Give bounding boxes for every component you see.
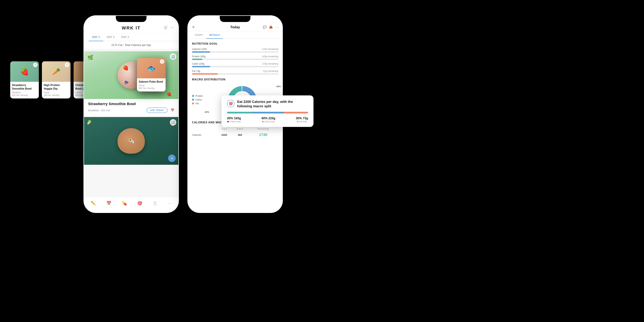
day-tabs: DAY 1 DAY 2 DAY 3: [84, 34, 178, 41]
nutrition-row-calories: Calories 2200 1740 remaining: [192, 48, 278, 53]
calories-macros-table: Goal Eaten Remaining Calories 2200 460 1…: [192, 126, 278, 138]
progress-bg-fat: [192, 73, 278, 74]
tooltip-macro-value-fat: 30% 73g: [296, 116, 308, 120]
macro-distribution-title: MACRO DISTRIBUTION: [192, 78, 278, 81]
legend-label-protein: Protein: [196, 94, 203, 97]
food-card-meal-5: Dinner: [139, 84, 164, 87]
donut-label-40: 40%: [276, 85, 281, 88]
share-icon[interactable]: 💬: [263, 25, 267, 29]
food-card-btn-add-5[interactable]: +: [160, 59, 164, 64]
progress-bg-carbs: [192, 66, 278, 67]
options-icon[interactable]: ⋯: [275, 25, 278, 29]
left-phone-screen: WRK IT 🛒 ··· DAY 1 DAY 2 DAY 3 2174 Cal …: [84, 16, 178, 212]
add-food-button[interactable]: +: [168, 154, 176, 162]
tooltip-pb-carbs: [251, 112, 284, 114]
cal-row-goal: 2200: [217, 131, 232, 138]
tooltip-macro-fat: 30% 73g Fat Goal: [296, 116, 308, 123]
food-card-strawberry[interactable]: 🍓 Strawberry Smoothie Bowl Breakfast 520…: [10, 61, 39, 98]
tooltip-popup: 🎯 Eat 2200 Calories per day, with the fo…: [222, 96, 314, 127]
phone-notch-right: [220, 16, 250, 22]
ate-today-button-1[interactable]: ATE TODAY: [146, 108, 168, 113]
nav-edit[interactable]: ✏️: [91, 201, 96, 206]
tooltip-title: Eat 2200 Calories per day, with the foll…: [237, 100, 308, 108]
nutrition-goal-title: NUTRITION GOAL: [192, 42, 278, 45]
food-card-actions-2: +: [65, 63, 69, 67]
food-card-meal-2: Snack: [44, 91, 69, 94]
tooltip-dot-carbs: [262, 121, 264, 122]
col-header-label: [192, 126, 217, 131]
cal-macros-header-row: Goal Eaten Remaining: [192, 126, 278, 131]
cal-row-eaten: 460: [232, 131, 248, 138]
feed-img-chicken: 🌯 🥬 🍋 🌶️ 🔄 +: [84, 117, 178, 165]
food-card-veggie[interactable]: 🥕 High Protein Veggie Dip Snack 100 Cal …: [42, 61, 70, 98]
tab-details[interactable]: DETAILS: [206, 31, 223, 39]
progress-fill-protein: [192, 58, 202, 60]
progress-fill-fat: [192, 73, 218, 74]
food-card-salmon[interactable]: 🐟 Salmon Poke Bowl Dinner 650 Cal / Serv…: [137, 58, 166, 92]
nutrition-remaining-fat: 51g remaining: [263, 70, 278, 72]
tooltip-dot-fat: [297, 121, 298, 122]
tab-day2[interactable]: DAY 2: [103, 34, 118, 41]
progress-fill-calories: [192, 51, 210, 53]
tooltip-macro-value-protein: 30% 165g: [227, 116, 241, 120]
nav-calendar[interactable]: 📅: [106, 201, 112, 206]
col-header-eaten: Eaten: [232, 126, 248, 131]
details-header-right: 💬 📤 ⋯: [266, 25, 278, 29]
nav-goals[interactable]: 🎯: [137, 201, 142, 206]
cal-macros-row-calories: Calories 2200 460 1740: [192, 131, 278, 138]
food-card-actions-1: +: [33, 63, 38, 67]
more-options-icon[interactable]: ···: [171, 26, 174, 30]
tab-day3[interactable]: DAY 3: [118, 34, 132, 41]
tooltip-macro-label-fat: Fat Goal: [296, 120, 308, 123]
food-card-name-5: Salmon Poke Bowl: [139, 80, 164, 84]
close-icon[interactable]: ✕: [192, 25, 195, 29]
food-card-name-2: High Protein Veggie Dip: [44, 84, 69, 91]
feed-card-sub-1: Breakfast · 520 Cal ATE TODAY 📅: [88, 108, 174, 113]
tooltip-dot-protein: [227, 121, 229, 122]
legend-dot-fat: [192, 102, 194, 104]
refresh-icon-2[interactable]: 🔄: [170, 119, 176, 126]
nutrition-label-protein: Protein 165g: [192, 55, 206, 58]
nav-more[interactable]: ···: [168, 201, 172, 206]
nutrition-row-carbs: Carbs 220g 173g remaining: [192, 62, 278, 67]
food-card-btn-add-2[interactable]: +: [65, 63, 69, 67]
refresh-icon-1[interactable]: 🔄: [170, 53, 176, 60]
food-card-meal-1: Breakfast: [12, 91, 37, 94]
feed-card-calories-1: Breakfast · 520 Cal: [88, 109, 110, 112]
cal-row-label: Calories: [192, 131, 217, 138]
nutrition-row-header-calories: Calories 2200 1740 remaining: [192, 48, 278, 50]
col-header-remaining: Remaining: [248, 126, 278, 131]
tooltip-macro-protein: 30% 165g Protein Goal: [227, 116, 241, 123]
food-card-cal-2: 100 Cal / Serving: [44, 94, 69, 96]
tooltip-macro-label-protein: Protein Goal: [227, 120, 241, 123]
legend-dot-protein: [192, 95, 194, 97]
tab-day1[interactable]: DAY 1: [89, 34, 103, 41]
nutrition-label-fat: Fat 73g: [192, 70, 200, 72]
legend-label-carbs: Carbs: [196, 98, 202, 101]
legend-fat: Fat: [192, 102, 203, 105]
nutrition-remaining-calories: 1740 remaining: [262, 48, 278, 50]
food-card-cal-5: 650 Cal / Serving: [139, 87, 164, 90]
progress-bg-calories: [192, 51, 278, 53]
app-title: WRK IT: [89, 26, 174, 31]
phone-notch-left: [116, 16, 146, 22]
food-card-name-1: Strawberry Smoothie Bowl: [12, 84, 37, 91]
export-icon[interactable]: 📤: [269, 25, 273, 29]
cart-icon[interactable]: 🛒: [164, 26, 168, 30]
nav-supplement[interactable]: 💊: [122, 201, 127, 206]
legend-dot-carbs: [192, 99, 194, 101]
calendar-icon-1[interactable]: 📅: [170, 108, 174, 112]
nutrition-row-fat: Fat 73g 51g remaining: [192, 70, 278, 74]
tab-diary[interactable]: DIARY: [192, 31, 206, 39]
feed-card-body-1: Strawberry Smoothie Bowl Breakfast · 520…: [84, 99, 178, 116]
legend-label-fat: Fat: [196, 102, 199, 105]
bottom-navigation: ✏️ 📅 💊 🎯 🍴 ···: [84, 197, 178, 212]
nav-food[interactable]: 🍴: [153, 201, 158, 206]
macro-legend: Protein Carbs Fat: [192, 94, 203, 105]
details-header-left: ✕: [192, 25, 204, 29]
food-card-btn-add-1[interactable]: +: [33, 63, 38, 67]
nutrition-row-header-protein: Protein 165g 145g remaining: [192, 55, 278, 58]
food-card-cal-1: 520 Cal / Serving: [12, 94, 37, 96]
food-card-actions-5: +: [160, 59, 164, 64]
tooltip-header: 🎯 Eat 2200 Calories per day, with the fo…: [227, 100, 308, 108]
